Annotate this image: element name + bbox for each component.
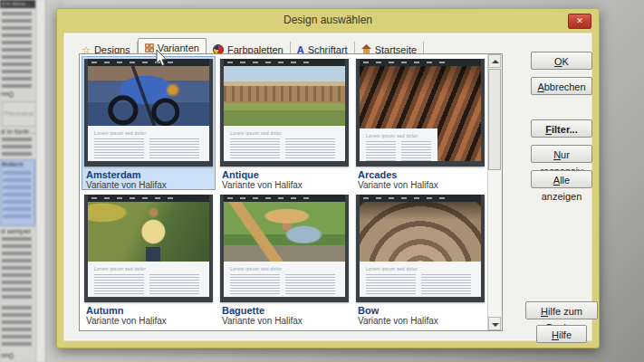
design-thumbnail: Lorem ipsum sed dolor <box>84 195 213 302</box>
cancel-button[interactable]: Abbrechen <box>531 77 592 95</box>
dialog-title: Design auswählen <box>57 14 599 26</box>
design-dialog: Design auswählen ✕ ☆ Designs <box>56 8 600 348</box>
background-label: nn() <box>1 90 14 98</box>
thumb-heading: Lorem ipsum sed dolor <box>94 266 203 272</box>
scrollbar-thumb[interactable] <box>488 69 501 170</box>
design-item-amsterdam[interactable]: Lorem ipsum sed dolor Amsterdam Variante… <box>82 56 216 190</box>
font-icon: A <box>297 45 304 54</box>
design-name: Amsterdam <box>86 169 211 180</box>
thumb-content: Lorem ipsum sed dolor <box>88 126 209 161</box>
design-grid: Lorem ipsum sed dolor Amsterdam Variante… <box>81 55 487 329</box>
thumb-heading: Lorem ipsum sed dolor <box>94 130 203 136</box>
screenshot-stage: d in demo… nn() Panorama d in fontr… fin… <box>0 0 644 362</box>
design-thumbnail: Lorem ipsum sed dolor <box>220 195 349 302</box>
design-name: Antique <box>222 169 347 180</box>
list-scrollbar[interactable] <box>487 54 502 330</box>
thumb-photo-bow <box>360 202 481 262</box>
design-item-bow[interactable]: Lorem ipsum sed dolor Bow Variante von H… <box>353 192 487 326</box>
thumb-photo-autumn <box>88 202 209 262</box>
design-subtitle: Variante von Halifax <box>222 180 347 191</box>
scroll-down-arrow-icon[interactable] <box>488 317 501 330</box>
design-caption: Amsterdam Variante von Halifax <box>84 167 213 191</box>
dialog-titlebar[interactable]: Design auswählen ✕ <box>57 9 599 33</box>
design-caption: Antique Variante von Halifax <box>220 167 349 191</box>
thumb-text-columns <box>230 274 339 294</box>
design-name: Bow <box>358 305 483 316</box>
background-scrollbar[interactable] <box>35 0 46 362</box>
design-caption: Arcades Variante von Halifax <box>356 167 485 191</box>
thumb-navbar <box>360 195 481 202</box>
background-text-lines <box>2 306 32 348</box>
design-name: Baguette <box>222 305 347 316</box>
grid-icon <box>145 43 154 52</box>
design-subtitle: Variante von Halifax <box>86 316 211 327</box>
only-responsive-button[interactable]: Nur responsiv <box>531 145 592 163</box>
thumb-heading: Lorem ipsum sed dolor <box>366 133 431 138</box>
design-thumbnail: Lorem ipsum sed dolor <box>220 59 349 167</box>
help-button[interactable]: Hilfe <box>536 325 587 343</box>
design-caption: Baguette Variante von Halifax <box>220 302 349 327</box>
design-subtitle: Variante von Halifax <box>86 180 211 191</box>
thumb-content: Lorem ipsum sed dolor <box>88 262 209 297</box>
design-item-autumn[interactable]: Lorem ipsum sed dolor Autumn Variante vo… <box>82 192 216 326</box>
background-text-lines <box>2 237 32 299</box>
filter-button[interactable]: Filter... <box>531 119 592 138</box>
thumb-heading: Lorem ipsum sed dolor <box>230 130 339 136</box>
background-text-lines <box>2 138 32 156</box>
design-caption: Autumn Variante von Halifax <box>84 302 213 327</box>
design-list-panel: Lorem ipsum sed dolor Amsterdam Variante… <box>79 53 503 331</box>
scroll-up-arrow-icon[interactable] <box>488 54 501 68</box>
thumb-content: Lorem ipsum sed dolor <box>224 262 345 297</box>
thumb-navbar <box>88 59 209 66</box>
thumb-text-columns <box>94 138 203 158</box>
star-icon: ☆ <box>82 45 91 54</box>
background-app-panel: d in demo… nn() Panorama d in fontr… fin… <box>0 0 63 362</box>
close-button[interactable]: ✕ <box>568 14 591 29</box>
design-subtitle: Variante von Halifax <box>222 316 347 327</box>
show-all-button[interactable]: Alle anzeigen <box>531 170 592 188</box>
tab-label: Varianten <box>158 43 199 53</box>
design-item-arcades[interactable]: Lorem ipsum sed dolor Arcades Variante v… <box>353 56 487 190</box>
thumb-text-columns <box>366 141 431 161</box>
design-subtitle: Variante von Halifax <box>358 180 483 191</box>
thumb-content: Lorem ipsum sed dolor <box>360 262 481 297</box>
design-item-baguette[interactable]: Lorem ipsum sed dolor Baguette Variante … <box>217 192 351 326</box>
dialog-client-area: ☆ Designs Varianten Farbpaletten <box>63 33 592 341</box>
help-design-button[interactable]: Hilfe zum Design <box>525 301 598 319</box>
thumb-photo-amsterdam <box>88 66 209 126</box>
thumb-navbar <box>224 195 345 202</box>
background-label: finitem <box>1 160 34 168</box>
background-tab: d in demo… <box>0 0 36 8</box>
thumb-photo-baguette <box>224 202 345 262</box>
thumb-text-columns <box>230 138 339 158</box>
background-text-lines <box>2 12 32 88</box>
thumb-text-columns <box>366 274 475 294</box>
background-label: nn() <box>1 351 14 359</box>
thumb-photo-antique <box>224 66 345 126</box>
close-icon: ✕ <box>576 16 583 25</box>
thumb-heading: Lorem ipsum sed dolor <box>230 266 339 272</box>
thumb-navbar <box>88 195 209 202</box>
design-subtitle: Variante von Halifax <box>358 316 483 327</box>
thumb-heading: Lorem ipsum sed dolor <box>366 266 475 272</box>
background-label: d in fontr… <box>1 128 36 136</box>
background-selected-block: finitem <box>0 159 35 226</box>
design-name: Autumn <box>86 305 211 316</box>
thumb-content: Lorem ipsum sed dolor <box>360 129 437 161</box>
design-thumbnail: Lorem ipsum sed dolor <box>356 195 485 302</box>
design-thumbnail: Lorem ipsum sed dolor <box>84 59 213 167</box>
design-caption: Bow Variante von Halifax <box>356 302 485 327</box>
background-label: d semper <box>1 227 31 235</box>
background-panorama-box: Panorama <box>2 101 36 127</box>
thumb-navbar <box>224 59 345 66</box>
thumb-content: Lorem ipsum sed dolor <box>224 126 345 161</box>
thumb-text-columns <box>94 274 203 294</box>
background-text-lines <box>3 171 31 222</box>
design-thumbnail: Lorem ipsum sed dolor <box>356 59 485 167</box>
ok-button[interactable]: OK <box>531 52 592 70</box>
design-item-antique[interactable]: Lorem ipsum sed dolor Antique Variante v… <box>217 56 351 190</box>
thumb-navbar <box>360 59 481 66</box>
design-name: Arcades <box>358 169 483 180</box>
